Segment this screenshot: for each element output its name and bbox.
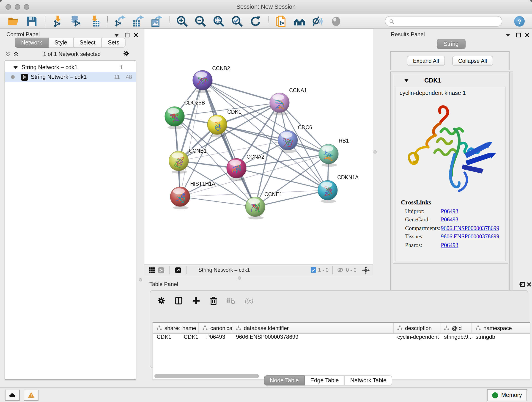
- table-panel-close-button[interactable]: [526, 281, 532, 287]
- horizontal-scrollbar-thumb[interactable]: [154, 374, 259, 378]
- zoom-selected-button[interactable]: [230, 15, 244, 28]
- table-tabs: Node Table Edge Table Network Table: [264, 375, 393, 385]
- tab-network[interactable]: Network: [15, 38, 49, 48]
- network-canvas[interactable]: CCNB2CCNA1CDC25BCDK1CDC6RB1CCNB1CCNA2CDK…: [144, 29, 373, 264]
- control-panel-close-button[interactable]: [133, 32, 139, 38]
- network-overview-button[interactable]: [156, 266, 165, 274]
- export-table-button[interactable]: [131, 15, 145, 28]
- crosslink-link[interactable]: 9606.ENSP00000378699: [441, 233, 499, 240]
- network-node-RB1[interactable]: [319, 144, 338, 167]
- columns-icon: [174, 296, 183, 305]
- control-panel-menu-button[interactable]: [114, 32, 120, 38]
- help-button[interactable]: ?: [514, 16, 525, 27]
- crosslink-link[interactable]: 9606.ENSP00000378699: [441, 225, 499, 232]
- vertical-splitter-handle[interactable]: [374, 150, 377, 153]
- network-node-CDKN1A[interactable]: [318, 180, 337, 203]
- tab-node-table[interactable]: Node Table: [264, 375, 305, 385]
- expand-all-chevron-icon[interactable]: [13, 51, 19, 57]
- document-network-button[interactable]: [274, 15, 288, 28]
- network-node-label-CDC6: CDC6: [298, 124, 312, 130]
- homes-button[interactable]: [292, 15, 306, 28]
- refresh-button[interactable]: [248, 15, 262, 28]
- save-session-icon: [25, 15, 38, 27]
- network-node-CDC6[interactable]: [278, 130, 298, 153]
- protein-card-header[interactable]: CDK1: [393, 74, 508, 86]
- network-node-CCNE1[interactable]: [245, 197, 265, 219]
- network-node-CCNA1[interactable]: [270, 93, 289, 115]
- close-icon: [133, 32, 139, 38]
- show-columns-button[interactable]: [173, 294, 184, 307]
- crosslink-link[interactable]: P06493: [441, 208, 458, 215]
- table-settings-button[interactable]: [156, 294, 167, 307]
- network-badge-icon: [21, 74, 28, 80]
- crosslink-link[interactable]: P06493: [441, 216, 458, 223]
- toolbar-separator: [107, 16, 108, 27]
- crosslink-link[interactable]: P06493: [441, 242, 458, 249]
- import-table-button[interactable]: [87, 15, 101, 28]
- left-splitter-handle[interactable]: [139, 278, 142, 281]
- column-header-database-identifier[interactable]: database identifier: [232, 323, 394, 333]
- caret-down-icon[interactable]: [13, 66, 18, 69]
- network-node-CDC25B[interactable]: [165, 107, 184, 129]
- import-network-button[interactable]: [51, 15, 64, 28]
- column-header-shared-name[interactable]: shared name: [153, 323, 180, 333]
- open-session-button[interactable]: [6, 15, 20, 28]
- import-network-database-button[interactable]: [69, 15, 82, 28]
- tab-sets[interactable]: Sets: [102, 38, 126, 48]
- search-icon: [389, 19, 394, 24]
- search-field[interactable]: [385, 16, 502, 27]
- hidden-eye-icon[interactable]: [336, 267, 344, 273]
- results-panel-close-button[interactable]: [524, 32, 530, 38]
- network-collection-row[interactable]: String Network – cdk1 1: [5, 63, 136, 72]
- network-node-CCNB1[interactable]: [169, 151, 189, 173]
- graphics-details-button[interactable]: [329, 15, 343, 28]
- network-node-label-RB1: RB1: [339, 138, 349, 144]
- results-panel-menu-button[interactable]: [505, 32, 511, 38]
- control-panel-float-button[interactable]: [124, 32, 130, 38]
- cloud-button[interactable]: [5, 390, 20, 401]
- delete-table-button[interactable]: [225, 294, 236, 307]
- fit-content-button[interactable]: [361, 266, 370, 274]
- selected-checkbox-icon[interactable]: [311, 267, 316, 273]
- expand-all-button[interactable]: Expand All: [407, 56, 445, 65]
- zoom-out-button[interactable]: [193, 15, 207, 28]
- memory-button[interactable]: Memory: [487, 389, 527, 401]
- thumbnail-grid-button[interactable]: [147, 266, 156, 274]
- column-header-namespace[interactable]: namespace: [472, 323, 530, 333]
- protein-card: CDK1 cyclin-dependent kinase 1: [393, 74, 508, 264]
- tab-string[interactable]: String: [437, 39, 465, 49]
- collapse-all-chevron-icon[interactable]: [5, 51, 11, 57]
- tab-style[interactable]: Style: [49, 38, 74, 48]
- column-header-id[interactable]: @id: [440, 323, 472, 333]
- caret-down-icon[interactable]: [404, 79, 409, 82]
- function-builder-button[interactable]: [243, 294, 257, 307]
- export-image-button[interactable]: [149, 15, 163, 28]
- network-node-CDK1[interactable]: [207, 115, 227, 137]
- zoom-fit-button[interactable]: [212, 15, 225, 28]
- table-panel-float-button[interactable]: [520, 281, 526, 287]
- network-edge-CCNE1-HIST1H1A: [180, 197, 255, 207]
- eyeglasses-slash-button[interactable]: [311, 15, 324, 28]
- network-node-HIST1H1A[interactable]: [170, 187, 190, 209]
- add-column-button[interactable]: [191, 294, 202, 307]
- collapse-all-button[interactable]: Collapse All: [452, 56, 493, 65]
- tab-network-table[interactable]: Network Table: [345, 375, 393, 385]
- zoom-in-button[interactable]: [175, 15, 189, 28]
- column-header-description[interactable]: description: [394, 323, 440, 333]
- network-options-button[interactable]: [123, 50, 130, 58]
- column-header-canonical-name[interactable]: canonical name: [199, 323, 232, 333]
- tab-edge-table[interactable]: Edge Table: [305, 375, 345, 385]
- tab-select[interactable]: Select: [74, 38, 102, 48]
- results-panel-float-button[interactable]: [515, 32, 521, 38]
- search-input[interactable]: [396, 18, 498, 25]
- delete-column-button[interactable]: [208, 294, 219, 307]
- warnings-button[interactable]: [24, 390, 38, 401]
- network-row-selected[interactable]: String Network – cdk1 11 48: [5, 72, 136, 82]
- detach-view-button[interactable]: [173, 266, 182, 274]
- table-row[interactable]: CDK1 CDK1 P06493 9606.ENSP00000378699 cy…: [153, 334, 530, 342]
- export-network-icon: [114, 15, 126, 27]
- separator: [332, 266, 333, 274]
- column-header-name[interactable]: name: [180, 323, 199, 333]
- export-network-button[interactable]: [113, 15, 127, 28]
- save-session-button[interactable]: [25, 15, 38, 28]
